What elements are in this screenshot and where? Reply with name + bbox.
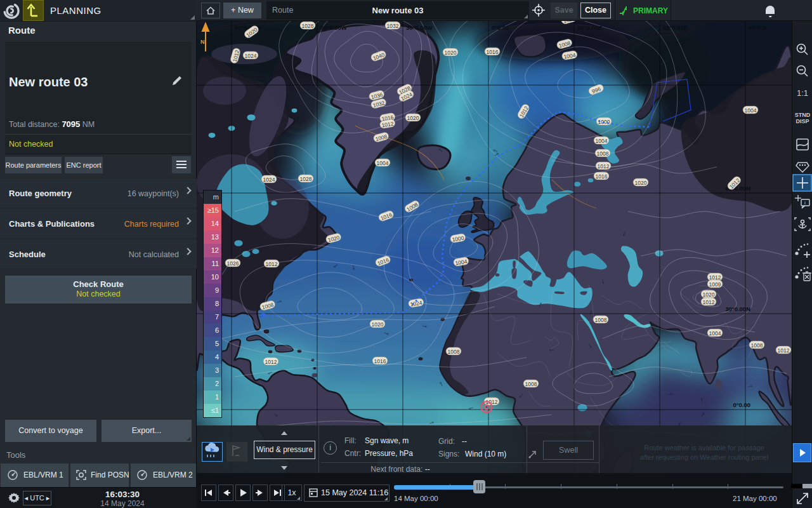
svg-text:1012: 1012 [709, 274, 721, 281]
svg-text:1009: 1009 [709, 281, 721, 288]
svg-text:1024: 1024 [263, 177, 275, 183]
svg-text:1004: 1004 [745, 107, 757, 114]
svg-text:1020: 1020 [372, 321, 384, 328]
svg-text:1012: 1012 [598, 163, 610, 170]
svg-text:30°0.00E: 30°0.00E [577, 24, 602, 31]
svg-text:1008: 1008 [595, 317, 607, 323]
svg-text:1008: 1008 [597, 150, 609, 157]
svg-text:i: i [804, 200, 806, 206]
svg-text:30°0.00W: 30°0.00W [406, 24, 433, 31]
svg-text:30°0.00N: 30°0.00N [725, 305, 750, 312]
svg-text:90°0.0: 90°0.0 [749, 24, 766, 31]
svg-text:1008: 1008 [448, 349, 460, 355]
svg-text:1004: 1004 [709, 330, 721, 337]
svg-text:1012: 1012 [778, 347, 790, 354]
svg-text:1024: 1024 [245, 53, 257, 59]
svg-text:60°0.00E: 60°0.00E [663, 24, 688, 31]
svg-text:1004: 1004 [596, 138, 608, 144]
svg-text:1016: 1016 [487, 49, 499, 55]
svg-text:1008: 1008 [751, 342, 763, 349]
svg-text:1012: 1012 [266, 261, 278, 267]
svg-text:N: N [200, 39, 205, 45]
svg-text:1028: 1028 [300, 176, 312, 182]
svg-text:1026: 1026 [227, 260, 239, 267]
svg-text:1020: 1020 [635, 180, 647, 186]
svg-text:1016: 1016 [374, 358, 386, 364]
svg-text:1020: 1020 [445, 50, 457, 56]
svg-text:1028: 1028 [302, 23, 314, 29]
svg-text:1012: 1012 [265, 359, 277, 365]
svg-text:1020: 1020 [407, 115, 419, 121]
svg-text:1008: 1008 [525, 381, 537, 387]
svg-text:1020: 1020 [703, 291, 715, 298]
svg-text:0°0.00: 0°0.00 [733, 401, 750, 408]
svg-text:60°0.00W: 60°0.00W [320, 24, 347, 31]
svg-text:1012: 1012 [703, 299, 715, 305]
svg-text:1016: 1016 [596, 173, 608, 180]
svg-text:1004: 1004 [377, 160, 389, 166]
svg-text:0°0.00: 0°0.00 [492, 24, 509, 31]
svg-text:1032: 1032 [387, 23, 399, 29]
